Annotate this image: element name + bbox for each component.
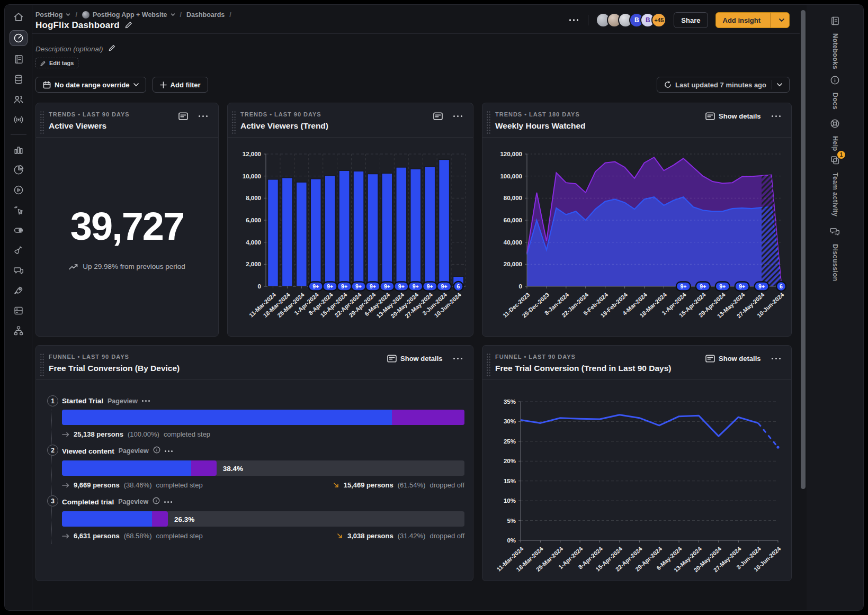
dropped-off-stat: 3,038 persons (31.42%) dropped off	[337, 532, 464, 540]
step-more-menu[interactable]	[164, 501, 172, 503]
edit-description-icon[interactable]	[109, 44, 116, 53]
sidebar-item-surveys[interactable]	[10, 264, 28, 277]
panel-tab-discussion[interactable]: Discussion	[807, 226, 863, 281]
insight-title[interactable]: Active Viewers (Trend)	[240, 121, 328, 131]
funnel-bar[interactable]: 38.4%	[62, 460, 464, 476]
sidebar-item-persons[interactable]	[10, 93, 28, 106]
info-icon[interactable]	[153, 497, 160, 507]
count-badge[interactable]: 9+	[352, 282, 366, 291]
date-range-override-select[interactable]: No date range override	[35, 77, 146, 93]
funnel-bar-blue-segment[interactable]	[62, 511, 152, 527]
sidebar-item-early-access[interactable]	[10, 284, 28, 297]
funnel-bar-blue-segment[interactable]	[62, 410, 392, 425]
sidebar-item-toolbar[interactable]	[10, 203, 28, 217]
show-details-button[interactable]: Show details	[387, 355, 442, 363]
count-badge[interactable]: 6	[776, 282, 786, 291]
svg-text:9+: 9+	[398, 283, 405, 290]
sidebar-item-data-management[interactable]	[10, 73, 28, 86]
sidebar-item-session-replay[interactable]	[10, 183, 28, 197]
drag-handle[interactable]	[486, 111, 490, 134]
count-badge[interactable]: 9+	[380, 282, 394, 291]
add-insight-caret[interactable]	[774, 19, 789, 22]
insight-more-menu[interactable]	[451, 113, 465, 120]
breadcrumb-team[interactable]: PostHog App + Website	[82, 11, 175, 19]
count-badge[interactable]: 9+	[337, 282, 352, 291]
pencil-icon	[40, 60, 46, 66]
insight-more-menu[interactable]	[196, 113, 210, 120]
insight-more-menu[interactable]	[769, 113, 783, 120]
count-badge[interactable]: 6	[454, 282, 463, 291]
breadcrumb-project[interactable]: PostHog	[35, 11, 70, 19]
step-name[interactable]: Completed trial	[62, 498, 114, 506]
sidebar-item-home[interactable]	[10, 10, 28, 24]
show-details-icon[interactable]	[178, 112, 188, 120]
collaborator-avatars[interactable]: BB+45	[596, 13, 666, 28]
share-button[interactable]: Share	[674, 12, 708, 28]
drag-handle[interactable]	[231, 111, 236, 134]
count-badge[interactable]: 9+	[323, 282, 337, 291]
insight-more-menu[interactable]	[451, 356, 465, 362]
funnel-bar-blue-segment[interactable]	[62, 460, 191, 476]
count-badge[interactable]: 9+	[394, 282, 408, 291]
vertical-scrollbar[interactable]	[800, 5, 807, 610]
edit-title-icon[interactable]	[125, 21, 133, 31]
sidebar-item-web-analytics[interactable]	[10, 163, 28, 177]
info-icon[interactable]	[153, 446, 160, 456]
insight-title[interactable]: Free Trial Conversion (Trend in Last 90 …	[495, 364, 672, 373]
step-name[interactable]: Viewed content	[62, 447, 114, 455]
count-badge[interactable]: 9+	[735, 282, 749, 291]
panel-tab-help[interactable]: Help	[807, 118, 863, 151]
step-number: 2	[47, 445, 58, 456]
count-badge[interactable]: 9+	[408, 282, 423, 291]
dashboard-description[interactable]: Description (optional)	[35, 45, 103, 53]
step-name[interactable]: Started Trial	[62, 397, 103, 405]
count-badge[interactable]: 9+	[309, 282, 323, 291]
sidebar-item-notebooks[interactable]	[10, 52, 28, 66]
breadcrumb-dashboards[interactable]: Dashboards	[186, 11, 225, 19]
panel-tab-team-activity[interactable]: 1Team activity	[807, 155, 863, 216]
refresh-last-updated-button[interactable]: Last updated 7 minutes ago	[657, 77, 790, 93]
sidebar-item-activity[interactable]	[10, 113, 28, 126]
panel-tab-docs[interactable]: Docs	[807, 75, 863, 110]
sidebar-item-feature-flags[interactable]	[10, 223, 28, 237]
add-insight-button[interactable]: Add insight	[715, 12, 790, 28]
edit-tags-button[interactable]: Edit tags	[35, 58, 78, 68]
drag-handle[interactable]	[486, 353, 490, 376]
count-badge[interactable]: 9+	[423, 282, 437, 291]
insight-title[interactable]: Weekly Hours Watched	[495, 121, 586, 131]
step-more-menu[interactable]	[165, 450, 173, 452]
count-badge[interactable]: 9+	[676, 282, 691, 291]
sidebar-item-data-pipelines[interactable]	[10, 324, 28, 338]
sidebar-item-dashboards[interactable]	[10, 30, 28, 46]
add-filter-button[interactable]: Add filter	[153, 77, 208, 93]
funnel-bar-purple-segment[interactable]	[392, 410, 464, 425]
drag-handle[interactable]	[40, 111, 44, 134]
scrollbar-thumb[interactable]	[801, 10, 806, 489]
count-badge[interactable]: 9+	[437, 282, 451, 291]
drag-handle[interactable]	[40, 353, 44, 376]
count-badge[interactable]: 9+	[715, 282, 730, 291]
step-more-menu[interactable]	[142, 400, 150, 402]
show-details-button[interactable]: Show details	[705, 112, 760, 120]
insight-title[interactable]: Active Viewers	[49, 121, 130, 131]
insight-title[interactable]: Free Trial Conversion (By Device)	[49, 364, 180, 373]
funnel-bar[interactable]: 26.3%	[62, 511, 464, 527]
details-card-icon	[387, 355, 397, 363]
dashboard-more-menu[interactable]	[567, 17, 581, 23]
insight-more-menu[interactable]	[769, 356, 783, 362]
sidebar-item-product-analytics[interactable]	[10, 143, 28, 157]
sidebar-item-data-warehouse[interactable]	[10, 304, 28, 318]
funnel-bar[interactable]	[62, 410, 464, 425]
count-badge[interactable]: 9+	[755, 282, 769, 291]
count-badge[interactable]: 9+	[696, 282, 710, 291]
show-details-icon[interactable]	[433, 112, 443, 120]
funnel-bar-purple-segment[interactable]	[152, 511, 168, 527]
refresh-options-caret[interactable]	[772, 80, 782, 89]
sidebar-item-experiments[interactable]	[10, 243, 28, 257]
avatar-overflow-count[interactable]: +45	[651, 13, 666, 28]
show-details-button[interactable]: Show details	[705, 355, 760, 363]
count-badge[interactable]: 9+	[365, 282, 380, 291]
panel-tab-notebooks[interactable]: Notebooks	[807, 15, 863, 69]
step-event-type: Pageview	[118, 498, 148, 505]
funnel-bar-purple-segment[interactable]	[191, 460, 217, 476]
